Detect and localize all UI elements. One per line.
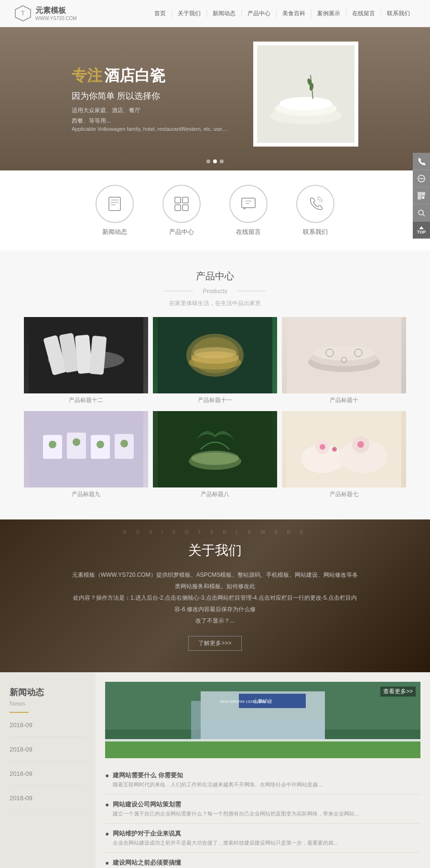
news-article-desc-3: 企业在网站建设成功之初并不是最大功告捷了，搜索科技建设建设网站只是第一步，最重要… [113,839,420,847]
nav-news[interactable]: 新闻动态 [207,10,242,18]
product-img-2 [153,317,277,393]
product-item-5[interactable]: 产品标题八 [153,411,277,500]
about-more-button[interactable]: 了解更多>>> [188,636,241,651]
nav-food[interactable]: 美食百科 [277,10,312,18]
news-more-link[interactable]: 查看更多>> [380,687,416,697]
svg-rect-29 [419,197,420,198]
news-bullet-4: ● [105,859,109,867]
svg-rect-16 [183,205,188,211]
feature-products-icon [162,185,201,223]
svg-point-63 [97,441,104,448]
nav-message[interactable]: 在线留言 [346,10,381,18]
header: T 元素模板 WWW.YS720.COM 首页 关于我们 新闻动态 产品中心 美… [0,0,430,27]
news-section: 新闻动态 News 2018-09 2018-09 2018-09 2018-0… [0,672,430,868]
nav-about[interactable]: 关于我们 [172,10,207,18]
svg-rect-80 [201,720,325,739]
nav-contact[interactable]: 联系我们 [381,10,416,18]
svg-point-5 [280,97,332,110]
svg-rect-32 [422,198,423,199]
feature-contact[interactable]: 联系我们 [296,185,334,236]
svg-rect-14 [183,197,188,203]
product-label-1: 产品标题十二 [24,393,148,406]
svg-marker-36 [419,226,424,229]
news-bullet-2: ● [105,801,109,808]
svg-point-34 [419,210,423,215]
divider-right [237,291,266,291]
svg-rect-13 [175,197,181,203]
svg-rect-30 [422,197,423,198]
nav-home[interactable]: 首页 [149,10,172,18]
news-article-desc-2: 建立一个属于自己的企业网站需要什么？每一个想拥有自己企业网站把蓝图变为实际网络，… [113,810,420,817]
news-list-item-1[interactable]: 2018-09 [10,713,86,737]
svg-rect-84 [105,739,420,741]
banner-title: 酒店白瓷 [104,67,165,84]
svg-rect-9 [109,197,120,211]
feature-news[interactable]: 新闻动态 [96,185,134,236]
about-content: 元素模板（WWW.YS720.COM）提供织梦模板、ASPCMS模板、整站源码、… [72,569,358,626]
sidebar-search-btn[interactable] [413,204,430,222]
svg-rect-17 [242,198,255,208]
product-item-6[interactable]: 产品标题七 [282,411,406,500]
logo-en: WWW.YS720.COM [35,16,77,21]
sidebar-top-btn[interactable]: TOP [413,222,430,239]
feature-news-icon [96,185,134,223]
news-list-item-4[interactable]: 2018-09 [10,786,86,810]
news-article-4[interactable]: ● 建设网站之前必须要搞懂 建设网站为什么在建设公司等专业公司建设公司建设公司当… [105,853,420,868]
news-list-item-2[interactable]: 2018-09 [10,737,86,762]
news-article-3[interactable]: ● 网站维护对于企业来说真 企业在网站建设成功之初并不是最大功告捷了，搜索科技建… [105,824,420,853]
news-image-placeholder: 山鹏矿业 0633-5558789 13370133543 查看更多>> [105,682,420,758]
logo: T 元素模板 WWW.YS720.COM [14,5,77,22]
svg-point-73 [320,444,325,450]
divider-left [164,291,193,291]
logo-text: 元素模板 WWW.YS720.COM [35,6,77,21]
news-article-title-3: 网站维护对于企业来说真 [113,829,420,838]
sidebar-qr-btn[interactable] [413,187,430,204]
svg-rect-79 [191,701,201,739]
products-grid: 产品标题十二 产品标题十一 [24,317,406,500]
svg-rect-31 [423,197,424,198]
svg-point-48 [194,347,236,359]
banner-dot-2[interactable] [213,159,217,163]
svg-rect-33 [423,198,424,199]
feature-contact-icon [296,185,334,223]
news-title-en: News [10,700,86,707]
product-item-2[interactable]: 产品标题十一 [153,317,277,406]
svg-line-35 [423,214,425,216]
products-section: 产品中心 Products 在家里体味生活，在生活中品出家意 产品标题十二 [0,251,430,519]
svg-rect-15 [175,205,181,211]
news-article-title-2: 网站建设公司网站策划需 [113,800,420,809]
logo-cn: 元素模板 [35,6,77,16]
nav-products[interactable]: 产品中心 [242,10,277,18]
svg-point-75 [332,447,337,452]
news-list-item-3[interactable]: 2018-09 [10,762,86,786]
news-article-2[interactable]: ● 网站建设公司网站策划需 建立一个属于自己的企业网站需要什么？每一个想拥有自己… [105,794,420,824]
banner-highlight: 专注 [72,67,102,84]
banner-dot-3[interactable] [220,159,224,163]
banner-desc1: 适用大众家庭、酒店、餐厅 西餐、等等用... [72,106,228,126]
news-date-4: 2018-09 [10,794,32,802]
svg-rect-27 [419,193,420,194]
news-article-title-4: 建设网站之前必须要搞懂 [113,858,420,867]
svg-point-61 [49,441,56,448]
nav-cases[interactable]: 案例展示 [312,10,346,18]
news-article-content-2: 网站建设公司网站策划需 建立一个属于自己的企业网站需要什么？每一个想拥有自己企业… [113,800,420,817]
product-label-3: 产品标题十 [282,393,406,406]
about-watermark: B O X I A O T A B L E W A R E [0,529,430,535]
product-item-4[interactable]: 产品标题九 [24,411,148,500]
product-item-1[interactable]: 产品标题十二 [24,317,148,406]
news-article-content-1: 建网站需要什么 你需要知 随着互联网时代的来临，人们的工作和生活越来越离不开网络… [113,771,420,788]
product-img-6 [282,411,406,487]
feature-news-label: 新闻动态 [102,228,127,236]
news-bullet-3: ● [105,830,109,837]
feature-message[interactable]: 在线留言 [229,185,268,236]
sidebar-chat-btn[interactable] [413,170,430,187]
feature-products[interactable]: 产品中心 [162,185,201,236]
news-article-1[interactable]: ● 建网站需要什么 你需要知 随着互联网时代的来临，人们的工作和生活越来越离不开… [105,765,420,794]
news-date-3: 2018-09 [10,770,32,777]
banner-dot-1[interactable] [206,159,210,163]
news-date-2: 2018-09 [10,746,32,753]
news-article-desc-1: 随着互联网时代的来临，人们的工作和生活越来越离不开网络。在网络社会中许网站是越.… [113,781,420,788]
about-title: 关于我们 [188,541,242,560]
product-item-3[interactable]: 产品标题十 [282,317,406,406]
sidebar-phone-btn[interactable] [413,153,430,170]
